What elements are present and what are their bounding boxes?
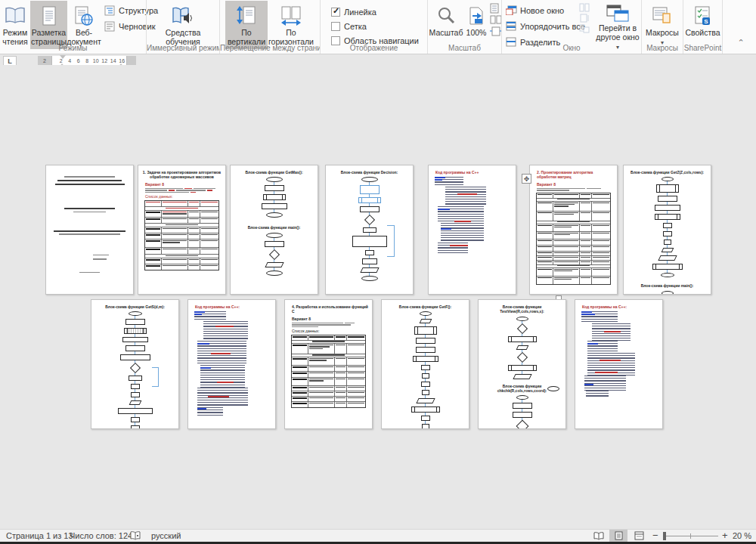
print-layout-view-button[interactable] <box>609 530 627 542</box>
zoom-in-button[interactable]: + <box>722 530 728 541</box>
page-variant: Вариант 8 <box>292 317 372 321</box>
page-heading: Код программы на С++: <box>582 304 658 309</box>
word-window: Режим чтения Разметка страницы Веб-докум… <box>0 0 756 544</box>
flow-loop-connector <box>387 225 395 257</box>
svg-text:S: S <box>704 18 708 25</box>
group-label-window: Окно <box>502 44 641 52</box>
zoom-slider-center-tick <box>690 533 691 539</box>
learning-tools-button[interactable]: Средства обучения <box>152 1 214 49</box>
page-width-icon[interactable] <box>490 26 502 36</box>
read-mode-view-icon <box>593 532 604 540</box>
page-heading: 2. Проектирование алгоритма обработки ма… <box>537 170 613 180</box>
one-page-icon[interactable] <box>490 3 502 14</box>
outline-icon <box>104 5 116 17</box>
vertical-movement-button[interactable]: По вертикали <box>225 1 268 49</box>
ruler-checkbox-label: Линейка <box>344 8 376 17</box>
page-number-indicator[interactable]: Страница 1 из 13 <box>6 530 73 542</box>
word-count-indicator[interactable]: Число слов: 1246 <box>70 530 137 542</box>
data-table <box>291 335 366 408</box>
page-heading: Блок-схема функции GetS(d,m): <box>95 304 175 309</box>
page-thumbnail[interactable]: Блок-схема функции GetS(d,m): <box>91 299 179 429</box>
collapse-ribbon-button[interactable]: ⌃ <box>735 39 747 49</box>
ribbon-group-immersive: Средства обучения Иммерсивный режим <box>146 0 219 54</box>
group-label-show: Отображение <box>321 44 427 52</box>
switch-windows-button[interactable]: Перейти в другое окно ▾ <box>596 1 640 49</box>
switch-windows-icon <box>605 4 631 23</box>
zoom-slider-track[interactable] <box>664 536 718 536</box>
check-icon: ✓ <box>333 6 339 16</box>
language-indicator[interactable]: русский <box>151 530 181 542</box>
proofing-status-icon[interactable] <box>130 531 141 542</box>
print-layout-button[interactable]: Разметка страницы <box>30 1 67 49</box>
document-area: 1. Задачи на проектирование алгоритмов о… <box>0 65 756 529</box>
new-window-button[interactable]: Новое окно <box>502 2 579 18</box>
zoom-level-indicator[interactable]: 20 % <box>733 530 751 542</box>
group-label-page-movement: Перемещение между страницами <box>220 44 320 52</box>
zoom-100-button[interactable]: 100% <box>463 1 490 49</box>
macros-button[interactable]: Макросы▾ <box>643 1 681 49</box>
reset-window-position-icon[interactable] <box>579 24 596 33</box>
page-thumbnail[interactable]: Код программы на С++: <box>187 299 276 429</box>
page-thumbnail[interactable] <box>45 165 134 295</box>
page-thumbnail[interactable]: 1. Задачи на проектирование алгоритмов о… <box>138 165 226 295</box>
properties-icon: S <box>690 4 716 28</box>
group-label-immersive: Иммерсивный режим <box>147 44 219 52</box>
web-layout-view-button[interactable] <box>630 530 648 542</box>
draft-icon <box>104 20 116 32</box>
zoom-out-button[interactable]: − <box>652 530 658 541</box>
page-thumbnail[interactable]: Блок-схема функции GetF(): <box>381 299 469 429</box>
gridlines-checkbox[interactable] <box>331 22 340 31</box>
multiple-pages-icon[interactable] <box>490 15 502 25</box>
properties-label: Свойства <box>685 28 720 37</box>
new-window-label: Новое окно <box>520 6 564 15</box>
code-block <box>194 311 269 417</box>
ruler-checkbox[interactable]: ✓ <box>331 8 340 17</box>
synchronous-scrolling-icon[interactable] <box>579 14 596 23</box>
arrange-all-button[interactable]: Упорядочить все <box>502 18 579 34</box>
arrange-all-icon <box>505 20 517 32</box>
page-thumbnail[interactable]: 4. Разработка и использование функций С … <box>284 299 373 429</box>
print-layout-icon <box>36 4 62 28</box>
ribbon-group-sharepoint: S Свойства SharePoint <box>683 0 722 54</box>
page-thumbnail[interactable]: Код программы на С++ <box>428 165 516 295</box>
table-caption: Список данных: <box>292 329 372 333</box>
read-mode-icon <box>2 4 28 28</box>
group-label-zoom: Масштаб <box>428 44 501 52</box>
page-thumbnail[interactable]: 2. Проектирование алгоритма обработки ма… <box>529 165 618 295</box>
first-line-indent-marker[interactable] <box>60 55 66 59</box>
page-thumbnail[interactable]: Блок-схема функции TestView(R,cols,rows,… <box>478 299 566 429</box>
properties-button[interactable]: S Свойства <box>685 1 721 49</box>
table-move-handle[interactable]: ✥ <box>522 174 531 184</box>
page-heading: Код программы на С++ <box>435 170 512 175</box>
page-thumbnail[interactable]: Блок-схема функции Decision: <box>325 165 414 295</box>
gridlines-checkbox-row[interactable]: Сетка <box>331 19 427 33</box>
web-layout-button[interactable]: Веб-документ <box>67 1 101 49</box>
zoom-100-icon <box>463 4 489 28</box>
horizontal-movement-button[interactable]: По горизонтали <box>268 1 314 49</box>
page-heading: Код программы на С++: <box>195 304 271 309</box>
new-window-icon <box>505 5 517 17</box>
print-layout-view-icon <box>615 531 623 540</box>
side-by-side-icon[interactable] <box>579 3 596 12</box>
page-heading: 4. Разработка и использование функций С <box>292 304 368 314</box>
ruler-checkbox-row[interactable]: ✓ Линейка <box>331 5 427 19</box>
page-thumbnail[interactable]: Блок-схема функции GetZ(Z,cols,rows): Бл… <box>623 165 711 295</box>
read-mode-view-button[interactable] <box>590 530 608 542</box>
code-block <box>435 177 510 255</box>
zoom-slider-thumb[interactable] <box>663 532 666 540</box>
page-heading: Блок-схема функции Decision: <box>330 170 409 175</box>
zoom-100-label: 100% <box>466 28 487 37</box>
page-heading: Блок-схема функции main(): <box>234 225 314 230</box>
read-mode-button[interactable]: Режим чтения <box>0 1 30 49</box>
page-heading: 1. Задачи на проектирование алгоритмов о… <box>142 170 222 180</box>
page-thumbnail[interactable]: Блок-схема функции GetMas(): Блок-схема … <box>230 165 318 295</box>
code-block <box>581 311 656 398</box>
arrange-all-label: Упорядочить все <box>520 22 585 31</box>
web-layout-view-icon <box>634 531 644 540</box>
page-thumbnail[interactable]: Код программы на С++: <box>575 299 663 429</box>
page-heading: Блок-схема функции GetF(): <box>386 304 465 309</box>
group-label-views: Режимы <box>0 44 146 52</box>
zoom-button[interactable]: Масштаб <box>429 1 463 49</box>
ribbon-group-show: ✓ Линейка Сетка Область навигации Отобра… <box>320 0 427 54</box>
page-heading: Блок-схема функции GetZ(Z,cols,rows): <box>627 170 707 175</box>
